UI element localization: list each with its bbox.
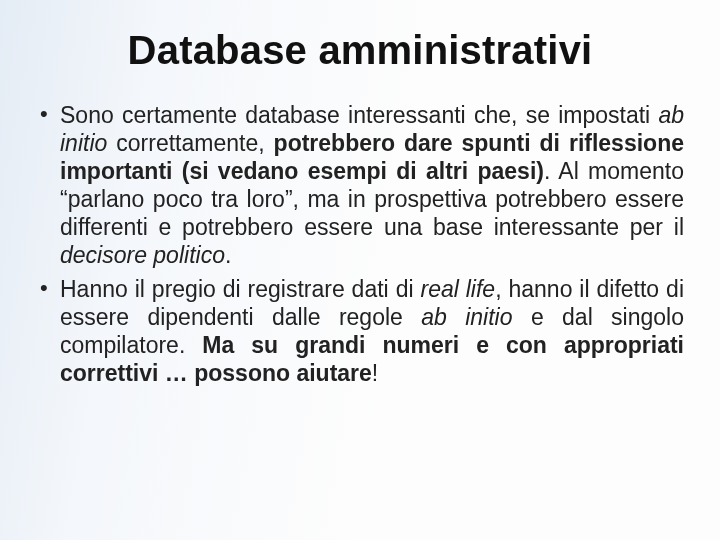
text-run: !	[372, 360, 378, 386]
text-run: .	[225, 242, 231, 268]
text-run: Hanno il pregio di registrare dati di	[60, 276, 420, 302]
slide-title: Database amministrativi	[30, 28, 690, 73]
text-run: correttamente,	[107, 130, 273, 156]
text-run: decisore politico	[60, 242, 225, 268]
slide: Database amministrativi Sono certamente …	[0, 0, 720, 540]
list-item: Sono certamente database interessanti ch…	[36, 101, 684, 269]
list-item: Hanno il pregio di registrare dati di re…	[36, 275, 684, 387]
bullet-list: Sono certamente database interessanti ch…	[30, 101, 690, 387]
text-run: Sono certamente database interessanti ch…	[60, 102, 658, 128]
text-run: real life	[420, 276, 495, 302]
text-run: ab initio	[421, 304, 512, 330]
